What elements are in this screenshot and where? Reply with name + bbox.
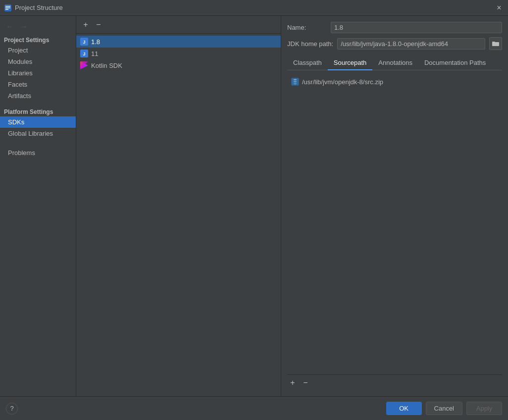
sdk-list: J 1.8 J 11 (76, 34, 281, 396)
content-area: ← → Project Settings Project Modules Lib… (0, 16, 508, 396)
svg-rect-3 (5, 9, 8, 10)
ok-button[interactable]: OK (386, 402, 422, 415)
svg-rect-15 (294, 83, 297, 84)
name-input[interactable] (331, 22, 502, 33)
svg-text:J: J (83, 52, 85, 56)
nav-back-row: ← → (0, 20, 76, 34)
content-list: /usr/lib/jvm/openjdk-8/src.zip (287, 74, 502, 374)
sdk-label-11: 11 (91, 50, 98, 57)
action-buttons: OK Cancel Apply (386, 402, 502, 415)
back-arrow[interactable]: ← (4, 21, 16, 32)
add-sdk-button[interactable]: + (80, 19, 91, 30)
sdk-item-11[interactable]: J 11 (76, 48, 281, 59)
sidebar-item-project[interactable]: Project (0, 45, 76, 56)
sidebar-item-facets[interactable]: Facets (0, 79, 76, 90)
svg-rect-1 (5, 6, 10, 7)
jdk-path-label: JDK home path: (287, 40, 333, 48)
content-item-path: /usr/lib/jvm/openjdk-8/src.zip (302, 78, 383, 86)
add-path-button[interactable]: + (287, 377, 298, 388)
sdk-item-kotlin[interactable]: Kotlin SDK (76, 59, 281, 71)
jdk-path-row: JDK home path: (287, 37, 502, 50)
right-panel: Name: JDK home path: Classpath (281, 16, 508, 396)
middle-toolbar: + − (76, 16, 281, 34)
help-button[interactable]: ? (6, 403, 18, 415)
middle-panel: + − J 1.8 (76, 16, 281, 396)
bottom-bar: ? OK Cancel Apply (0, 396, 508, 420)
sidebar-item-sdks[interactable]: SDKs (0, 116, 76, 128)
name-row: Name: (287, 22, 502, 33)
remove-sdk-button[interactable]: − (93, 19, 104, 30)
sidebar-item-libraries[interactable]: Libraries (0, 67, 76, 79)
tab-annotations[interactable]: Annotations (372, 56, 418, 70)
svg-text:J: J (83, 40, 85, 45)
sidebar-item-problems[interactable]: Problems (0, 147, 76, 158)
tab-documentation-paths[interactable]: Documentation Paths (418, 56, 492, 70)
sidebar-item-modules[interactable]: Modules (0, 56, 76, 67)
app-icon (4, 4, 12, 12)
forward-arrow[interactable]: → (18, 21, 30, 32)
cancel-button[interactable]: Cancel (426, 402, 462, 415)
tabs-row: Classpath Sourcepath Annotations Documen… (287, 56, 502, 70)
tab-sourcepath[interactable]: Sourcepath (328, 56, 373, 70)
browse-folder-button[interactable] (489, 37, 502, 50)
sidebar: ← → Project Settings Project Modules Lib… (0, 16, 76, 396)
java-sdk-icon-11: J (80, 50, 88, 57)
right-bottom-toolbar: + − (287, 374, 502, 390)
sdk-item-1.8[interactable]: J 1.8 (76, 36, 281, 48)
svg-rect-2 (5, 7, 10, 8)
sdk-label-kotlin: Kotlin SDK (91, 62, 122, 69)
jdk-path-input[interactable] (337, 38, 485, 50)
platform-settings-header: Platform Settings (0, 105, 76, 116)
apply-button[interactable]: Apply (466, 402, 502, 415)
window-title: Project Structure (15, 4, 491, 11)
zip-icon (291, 78, 299, 86)
svg-rect-14 (294, 81, 297, 82)
sdk-label-1.8: 1.8 (91, 38, 100, 46)
svg-rect-13 (294, 79, 297, 80)
titlebar: Project Structure × (0, 0, 508, 16)
sidebar-item-global-libraries[interactable]: Global Libraries (0, 128, 76, 139)
main-container: ← → Project Settings Project Modules Lib… (0, 16, 508, 420)
kotlin-sdk-icon (80, 61, 88, 69)
remove-path-button[interactable]: − (300, 377, 311, 388)
tab-classpath[interactable]: Classpath (287, 56, 328, 70)
close-button[interactable]: × (494, 3, 504, 13)
name-label: Name: (287, 24, 327, 31)
list-item[interactable]: /usr/lib/jvm/openjdk-8/src.zip (287, 76, 502, 87)
project-settings-header: Project Settings (0, 34, 76, 45)
sidebar-item-artifacts[interactable]: Artifacts (0, 90, 76, 102)
java-sdk-icon: J (80, 38, 88, 46)
